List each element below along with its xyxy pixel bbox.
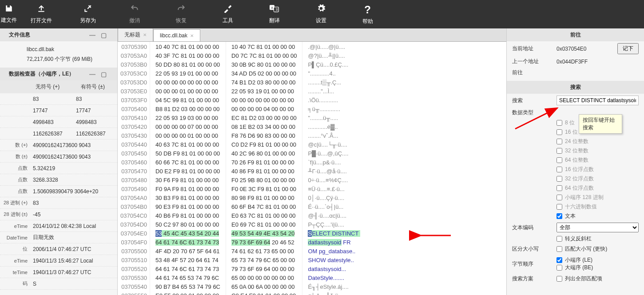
inspector-row: 49984834998483 [0, 116, 117, 128]
hex-editor: 无标题 ✕ libcc.dll.bak ✕ 03705390 037053A0 … [118, 28, 506, 295]
wrench-icon [223, 4, 232, 15]
tool-newfile[interactable]: 建文件 [0, 0, 18, 28]
datatype-checkbox[interactable]: 64 位整数 [557, 156, 644, 164]
annotation-arrow-icon [417, 231, 453, 240]
scheme-label: 搜索方案 [512, 275, 557, 283]
file-info-header: 文件信息 — ▢ [0, 28, 117, 41]
main-toolbar: 建文件 打开文件 另存为 撤消 恢复 工具 A文 翻译 [0, 0, 644, 28]
inspector-row: 码S [0, 278, 117, 290]
ascii-column[interactable]: .@|ü.....@|ü.... @?|ü....╨||ü.... P▌Çü..… [302, 42, 365, 295]
inspector-row: 位2006/11/4 07:46:27 UTC [0, 243, 117, 255]
redo-icon [177, 4, 186, 15]
inspector-row: 28 进制 (+)83 [0, 197, 117, 209]
inspector-row: 点数3268.3328 [0, 174, 117, 186]
tab-untitled[interactable]: 无标题 ✕ [118, 28, 153, 41]
file-name: libcc.dll.bak [27, 45, 117, 55]
inspector-row: 数 (±)490901624173600 9043 [0, 151, 117, 163]
share-icon [83, 4, 92, 15]
inspector-row: 点数5.324219 [0, 163, 117, 174]
datatype-checkbox[interactable]: 32 位浮点数 [557, 175, 644, 183]
tool-undo[interactable]: 撤消 [111, 0, 158, 28]
svg-text:A: A [271, 6, 273, 9]
undo-icon [130, 4, 139, 15]
prev-address-label: 上一个地址 [512, 58, 557, 65]
tab-libcc[interactable]: libcc.dll.bak ✕ [153, 29, 200, 41]
hex-view[interactable]: 03705390 037053A0 037053B0 037053C0 0370… [118, 42, 506, 295]
inspector-columns: 无符号 (+) 有符号 (±) [0, 80, 117, 93]
tool-open[interactable]: 打开文件 [18, 0, 64, 28]
tool-tools[interactable]: 工具 [204, 0, 251, 28]
datatype-checkbox[interactable]: 文本 [557, 212, 644, 220]
annotation-arrow-icon [513, 104, 562, 131]
inspector-header: 数据检查器（小端序，LE） — ▢ [0, 68, 117, 80]
endian-label: 字节顺序 [512, 260, 557, 268]
panel-controls[interactable]: — ▢ [89, 71, 108, 78]
inspector-row: 数 (+)490901624173600 9043 [0, 140, 117, 151]
tool-redo[interactable]: 恢复 [158, 0, 204, 28]
tool-saveas[interactable]: 另存为 [64, 0, 111, 28]
search-input[interactable] [557, 96, 639, 105]
tool-settings[interactable]: 设置 [298, 0, 344, 28]
file-size: 72,217,600 个字节 (69 MiB) [27, 55, 117, 64]
goto-label: 前往 [512, 69, 557, 76]
encoding-select[interactable]: 全部 [557, 223, 639, 232]
help-icon: ? [364, 4, 371, 16]
right-sidebar: 前往 当前地址 0x037054E0 记下 上一个地址 0x044DF3FF 前… [506, 28, 644, 295]
left-sidebar: 文件信息 — ▢ libcc.dll.bak 72,217,600 个字节 (6… [0, 28, 118, 295]
datatype-checkbox[interactable]: 24 位整数 [557, 138, 644, 145]
tool-translate[interactable]: A文 翻译 [251, 0, 298, 28]
datatype-checkbox[interactable]: 16 位浮点数 [557, 166, 644, 173]
close-icon[interactable]: ✕ [190, 33, 194, 38]
inspector-row: 11626263871162626387 [0, 128, 117, 140]
search-header: 搜索 [507, 81, 644, 94]
inspector-row: eTime1940/11/3 15:46:27 Local [0, 255, 117, 267]
bytes-right[interactable]: 10 40 7C 81 01 00 00 00 D0 7C 7C 81 01 0… [226, 42, 302, 295]
svg-text:文: 文 [275, 8, 278, 12]
inspector-row: 8383 [0, 93, 117, 105]
inspector-row: 1774717747 [0, 105, 117, 116]
address-column: 03705390 037053A0 037053B0 037053C0 0370… [118, 42, 150, 295]
inspector-row: 点数1.506098390479 3064e+20 [0, 186, 117, 197]
endian-be-checkbox[interactable]: 大端序 (BE) [557, 264, 639, 271]
inspector-row: eTime2014/10/12 08:42:38 Local [0, 220, 117, 232]
search-tooltip: 按回车键开始搜索 [579, 114, 622, 134]
save-icon [5, 4, 13, 15]
datatype-checkbox[interactable]: 十六进制数值 [557, 203, 644, 211]
inspector-row: DateTime日期无效 [0, 232, 117, 243]
current-address-value: 0x037054E0 [557, 46, 615, 52]
translate-icon: A文 [270, 4, 279, 15]
escape-checkbox[interactable]: 转义反斜杠 [557, 235, 644, 243]
svg-line-7 [515, 108, 557, 129]
inspector-row: 28 进制 (±)-45 [0, 209, 117, 220]
bytes-left[interactable]: 10 40 7C 81 01 00 00 00 40 3F 7C 81 01 0… [150, 42, 226, 295]
case-checkbox[interactable]: 匹配大小写 (更快) [557, 245, 607, 253]
endian-le-checkbox[interactable]: 小端序 (LE) [557, 256, 639, 264]
goto-header: 前往 [507, 28, 644, 41]
datatype-checkbox[interactable]: 32 位整数 [557, 147, 644, 155]
datatype-checkbox[interactable]: 小端序 128 进制 [557, 194, 644, 201]
close-icon[interactable]: ✕ [143, 32, 147, 37]
search-label: 搜索 [512, 97, 557, 104]
tool-help[interactable]: ? 帮助 [344, 0, 391, 28]
encoding-label: 文本编码 [512, 224, 557, 231]
tab-bar: 无标题 ✕ libcc.dll.bak ✕ [118, 28, 506, 42]
prev-address-value: 0x044DF3FF [557, 59, 639, 65]
datatype-checkbox[interactable]: 64 位浮点数 [557, 184, 644, 192]
gear-icon [317, 4, 326, 15]
case-label: 区分大小写 [512, 245, 557, 253]
inspector-row: teTime1940/11/3 07:46:27 UTC [0, 267, 117, 278]
upload-icon [37, 4, 46, 15]
panel-controls[interactable]: — ▢ [89, 32, 108, 39]
note-button[interactable]: 记下 [617, 43, 639, 54]
scheme-checkbox[interactable]: 列出全部匹配项 [557, 275, 602, 283]
current-address-label: 当前地址 [512, 45, 557, 52]
